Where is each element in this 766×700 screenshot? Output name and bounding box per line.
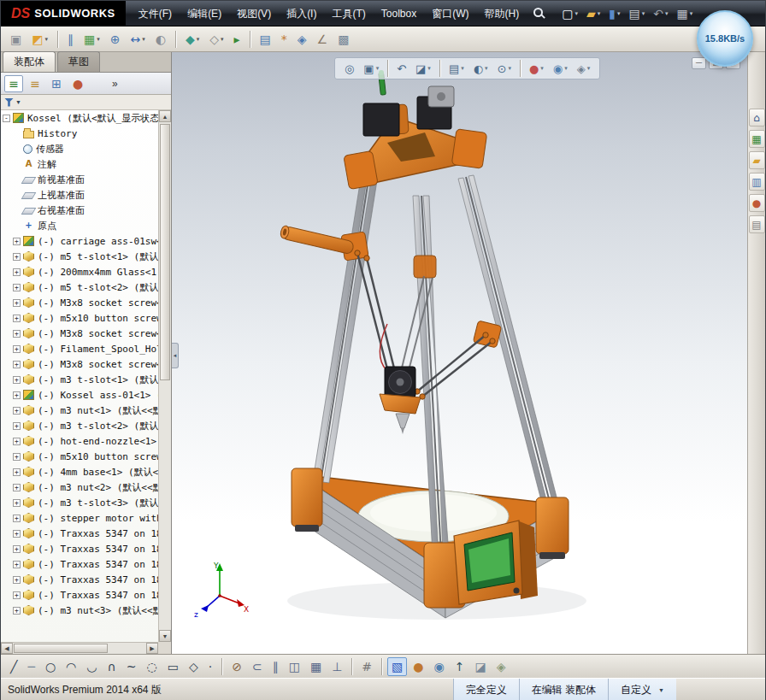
edit-menu[interactable]: 编辑(E) bbox=[180, 1, 229, 26]
display-delete-relations-tool[interactable]: ⊥ bbox=[327, 657, 346, 676]
tree-item[interactable]: +(-) m5 t-slot<2> (默认< bbox=[1, 279, 158, 295]
open-file-button-dropdown-arrow[interactable]: ▾ bbox=[598, 10, 601, 17]
tree-item[interactable]: +(-) Traxxas 5347 on 180 bbox=[1, 587, 158, 603]
exploded-view-button[interactable]: * bbox=[277, 30, 292, 49]
section-view-button[interactable]: ◪▾ bbox=[411, 59, 435, 78]
scroll-down-arrow[interactable]: ▼ bbox=[159, 630, 171, 642]
section-view-button-dropdown-arrow[interactable]: ▾ bbox=[427, 65, 431, 72]
tree-item[interactable]: +(-) hot-end-nozzle<1> ( bbox=[1, 433, 158, 449]
tree-expander-icon[interactable]: + bbox=[13, 591, 21, 599]
tree-item[interactable]: +(-) M3x8 socket screw<2 bbox=[1, 326, 158, 341]
propertymanager-tab[interactable]: ≡ bbox=[26, 75, 44, 92]
linear-component-pattern-button-dropdown-arrow[interactable]: ▾ bbox=[97, 36, 100, 43]
printer-model[interactable]: Y X z bbox=[172, 52, 749, 654]
tree-item[interactable]: +(-) stepper motor with bbox=[1, 510, 158, 526]
tree-item[interactable]: +(-) Filament_Spool_Hold bbox=[1, 341, 158, 356]
display-style-button[interactable]: ◐▾ bbox=[469, 59, 492, 78]
corner-rectangle-tool[interactable]: ▭ bbox=[163, 657, 183, 676]
toolbox-menu[interactable]: Toolbox bbox=[374, 1, 424, 26]
tree-item[interactable]: +(-) m5 t-slot<1> (默认< bbox=[1, 249, 158, 264]
centerpoint-arc-tool[interactable]: ◠ bbox=[62, 657, 80, 676]
polygon-tool[interactable]: ◇ bbox=[185, 657, 203, 676]
apply-scene-button[interactable]: ◉▾ bbox=[549, 59, 572, 78]
section-properties-button[interactable]: ▩ bbox=[333, 30, 353, 49]
tree-item[interactable]: +(-) Traxxas 5347 on 180 bbox=[1, 572, 158, 587]
save-button[interactable]: ▮▾ bbox=[605, 3, 623, 24]
tree-expander-icon[interactable]: + bbox=[13, 284, 21, 291]
tree-item[interactable]: +(-) Kossel ass-01<1> (默 bbox=[1, 387, 158, 403]
help-menu[interactable]: 帮助(H) bbox=[476, 1, 527, 26]
view-palette-tab[interactable]: ▥ bbox=[749, 173, 765, 191]
linear-sketch-pattern-tool[interactable]: ▦ bbox=[306, 657, 326, 676]
print-button[interactable]: ▤▾ bbox=[625, 3, 648, 24]
grid-snap-button[interactable]: # bbox=[357, 657, 376, 676]
document-minimize-button[interactable]: — bbox=[692, 57, 706, 69]
tree-item[interactable]: ++原点 bbox=[1, 218, 158, 233]
tree-item[interactable]: +右视基准面 bbox=[1, 203, 158, 218]
tree-expander-icon[interactable]: + bbox=[13, 576, 21, 584]
tree-item[interactable]: +(-) Traxxas 5347 on 180 bbox=[1, 556, 158, 572]
tree-expander-icon[interactable]: + bbox=[13, 499, 21, 507]
view-orientation-button-dropdown-arrow[interactable]: ▾ bbox=[461, 65, 464, 72]
view-orientation-isometric-button[interactable]: ▧ bbox=[387, 657, 407, 676]
line-tool[interactable]: ╱ bbox=[6, 657, 21, 676]
measure-button[interactable]: ∠ bbox=[313, 30, 333, 49]
tree-item[interactable]: +上视基准面 bbox=[1, 187, 158, 203]
assembly-tab[interactable]: 装配体 bbox=[3, 51, 56, 72]
tree-item[interactable]: +(-) M3x8 socket screw<1 bbox=[1, 295, 158, 310]
selection-filter-button-dropdown-arrow[interactable]: ▾ bbox=[690, 10, 693, 17]
fm-tabs-overflow-button[interactable]: » bbox=[112, 78, 118, 90]
appearances-scenes-tab[interactable]: ● bbox=[749, 194, 765, 212]
tools-menu[interactable]: 工具(T) bbox=[324, 1, 373, 26]
scene-button[interactable]: ◉ bbox=[430, 657, 449, 676]
assembly-features-button[interactable]: ◆▾ bbox=[181, 30, 203, 49]
tree-item[interactable]: +History bbox=[1, 126, 158, 141]
units-dropdown-arrow[interactable]: ▼ bbox=[658, 687, 664, 693]
tree-expander-icon[interactable]: + bbox=[13, 515, 21, 522]
network-speed-badge[interactable]: 15.8KB/s bbox=[697, 10, 753, 67]
hide-show-items-button-dropdown-arrow[interactable]: ▾ bbox=[508, 65, 511, 72]
tree-expander-icon[interactable]: + bbox=[13, 330, 21, 338]
move-component-button-dropdown-arrow[interactable]: ▾ bbox=[142, 36, 145, 43]
undo-button-dropdown-arrow[interactable]: ▾ bbox=[665, 10, 669, 17]
tree-item[interactable]: +(-) m5x10 button screw< bbox=[1, 449, 158, 464]
hide-show-items-button[interactable]: ⊙▾ bbox=[493, 59, 516, 78]
new-file-button[interactable]: ▢▾ bbox=[558, 3, 581, 24]
tree-expander-icon[interactable]: + bbox=[13, 268, 21, 276]
ellipse-tool[interactable]: ◌ bbox=[143, 657, 162, 676]
scroll-left-arrow[interactable]: ◀ bbox=[1, 643, 13, 654]
new-motion-study-button[interactable]: ▸ bbox=[230, 30, 245, 49]
view-orientation-button[interactable]: ▤▾ bbox=[445, 59, 468, 78]
configurationmanager-tab[interactable]: ⊞ bbox=[47, 75, 66, 92]
tree-item[interactable]: +传感器 bbox=[1, 141, 158, 156]
tree-item[interactable]: +(-) m5x10 button screw< bbox=[1, 310, 158, 326]
edit-appearance-button-dropdown-arrow[interactable]: ▾ bbox=[540, 65, 544, 72]
tree-item[interactable]: +(-) 4mm base<1> (默认< bbox=[1, 464, 158, 479]
section-button[interactable]: ◪ bbox=[470, 657, 490, 676]
mirror-entities-tool[interactable]: ◫ bbox=[285, 657, 304, 676]
tree-expander-icon[interactable]: + bbox=[13, 238, 21, 245]
zoom-to-area-button-dropdown-arrow[interactable]: ▾ bbox=[376, 65, 380, 72]
file-menu[interactable]: 文件(F) bbox=[131, 1, 180, 26]
filter-funnel-icon[interactable] bbox=[4, 98, 14, 107]
insert-components-button[interactable]: ◩▾ bbox=[27, 30, 52, 49]
tree-item[interactable]: +(-) 200mmx4mm Glass<1 bbox=[1, 264, 158, 279]
tree-item[interactable]: +(-) carriage ass-01sw<1 bbox=[1, 233, 158, 249]
assembly-features-button-dropdown-arrow[interactable]: ▾ bbox=[197, 36, 200, 43]
tree-expander-icon[interactable]: + bbox=[13, 391, 21, 399]
scroll-right-arrow[interactable]: ▶ bbox=[146, 643, 158, 654]
display-style-button-dropdown-arrow[interactable]: ▾ bbox=[485, 65, 488, 72]
spline-tool[interactable]: ~ bbox=[122, 657, 141, 676]
zoom-to-fit-button[interactable]: ◎ bbox=[340, 59, 358, 78]
vertical-scroll-thumb[interactable] bbox=[160, 124, 170, 380]
insert-components-button-dropdown-arrow[interactable]: ▾ bbox=[44, 36, 48, 43]
tree-item[interactable]: +(-) M3x8 socket screw<3 bbox=[1, 356, 158, 372]
horizontal-scroll-thumb[interactable] bbox=[14, 644, 108, 653]
centerline-tool[interactable]: ─ bbox=[23, 657, 38, 676]
interference-detection-button[interactable]: ◈ bbox=[293, 30, 311, 49]
camera-view-button[interactable]: ◈ bbox=[492, 657, 510, 676]
open-file-button[interactable]: ▰▾ bbox=[583, 3, 604, 24]
smart-fasteners-button[interactable]: ⊕ bbox=[106, 30, 125, 49]
featuremanager-tree-tab[interactable]: ≡ bbox=[4, 75, 23, 92]
linear-component-pattern-button[interactable]: ▦▾ bbox=[80, 30, 104, 49]
